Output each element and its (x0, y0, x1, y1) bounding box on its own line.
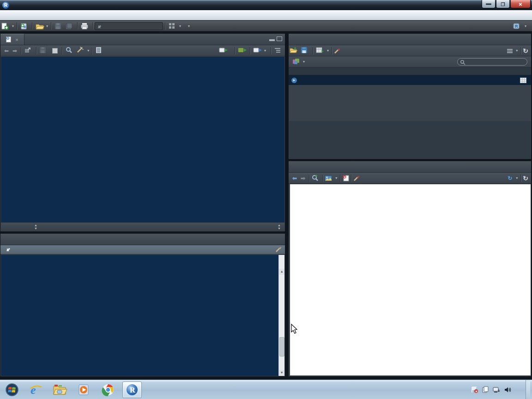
import-caret-icon[interactable]: ▾ (327, 48, 329, 53)
show-desktop-button[interactable] (526, 380, 530, 399)
refresh-icon[interactable]: ↻ (523, 47, 528, 54)
view-table-icon[interactable] (520, 78, 526, 83)
network-icon[interactable] (492, 386, 501, 393)
action-center-icon[interactable]: ✕ (471, 386, 478, 393)
source-editor[interactable] (1, 57, 284, 222)
open-recent-caret-icon[interactable]: ▾ (46, 24, 48, 28)
taskbar-chrome[interactable] (98, 381, 118, 398)
back-icon[interactable]: ⬅ (4, 48, 9, 54)
minimize-pane-icon[interactable] (269, 39, 275, 41)
save-all-icon[interactable] (65, 22, 74, 30)
grid-caret-icon[interactable]: ▾ (179, 24, 181, 28)
goto-directory-icon[interactable] (6, 247, 11, 252)
goto-file-function-input[interactable] (95, 22, 163, 30)
object-row-murders[interactable]: ▶ (289, 75, 531, 85)
forward-icon[interactable]: ➡ (12, 48, 17, 54)
console-output[interactable]: ▲ ▼ (1, 255, 284, 376)
svg-text:R: R (24, 25, 26, 29)
document-outline-icon[interactable] (274, 47, 283, 54)
environment-pane: ▾ ▾ ↻ ▾ ▶ (288, 33, 532, 159)
addins-caret-icon[interactable]: ▾ (188, 24, 190, 28)
r-script-icon: R (6, 36, 11, 42)
code-tools-icon[interactable] (76, 47, 85, 54)
publish-caret-icon[interactable]: ▾ (516, 176, 518, 180)
taskbar-media-player[interactable] (74, 381, 94, 398)
svg-text:✕: ✕ (475, 389, 478, 393)
load-workspace-icon[interactable] (290, 47, 299, 54)
volume-icon[interactable] (504, 386, 512, 393)
print-icon[interactable] (80, 22, 90, 30)
zoom-plot-icon[interactable] (311, 175, 319, 181)
close-button[interactable]: ✕ (510, 0, 531, 8)
svg-text:e: e (30, 383, 36, 397)
export-plot-icon[interactable] (325, 175, 332, 181)
remove-plot-icon[interactable]: ✕ (342, 175, 349, 181)
mouse-cursor (290, 324, 299, 335)
save-workspace-icon[interactable] (301, 47, 310, 54)
plot-canvas (290, 184, 531, 375)
plots-toolbar: ⬅ ➡ ▾ ✕ ↻ ▾ ↻ (289, 173, 531, 184)
env-caret-icon[interactable]: ▾ (303, 60, 305, 64)
tab-my-first-script[interactable]: R × (0, 34, 24, 45)
source-icon[interactable] (253, 47, 262, 54)
refresh-plot-icon[interactable]: ↻ (523, 175, 528, 182)
desktop: R ❐ ✕ ▾ R ▾ (0, 0, 532, 399)
next-plot-icon[interactable]: ➡ (301, 175, 305, 181)
publish-icon[interactable]: ↻ (508, 175, 512, 181)
start-button[interactable] (2, 381, 22, 398)
goto-arrow-icon (97, 24, 102, 29)
import-dataset-icon[interactable] (316, 47, 325, 54)
restore-button[interactable]: ❐ (496, 0, 510, 8)
console-scrollbar[interactable]: ▲ ▼ (278, 255, 284, 376)
environment-search-input[interactable] (457, 58, 527, 66)
code-tools-caret-icon[interactable]: ▾ (87, 48, 89, 53)
new-file-icon[interactable] (1, 22, 10, 30)
taskbar-rstudio[interactable]: R (122, 381, 142, 398)
project-cube-icon: R (513, 22, 520, 30)
clear-environment-icon[interactable] (334, 48, 341, 54)
scroll-up-icon[interactable]: ▲ (279, 269, 284, 275)
search-icon (460, 60, 466, 65)
environment-tabstrip (289, 34, 531, 45)
tab-close-icon[interactable]: × (15, 37, 18, 42)
console-tabstrip (0, 234, 285, 245)
project-caret-icon: ▾ (525, 24, 526, 28)
environment-selector-row: ▾ (289, 56, 531, 67)
console-header (0, 245, 285, 254)
list-caret-icon[interactable]: ▾ (516, 48, 518, 53)
source-statusbar: ▲▼ ▲▼ (1, 222, 284, 231)
new-project-icon[interactable]: R (20, 22, 29, 30)
compile-report-icon[interactable] (95, 47, 104, 54)
rerun-icon[interactable] (238, 47, 247, 54)
maximize-pane-icon[interactable] (277, 36, 282, 41)
clear-plots-icon[interactable] (353, 175, 360, 181)
minimize-button[interactable] (482, 0, 496, 8)
taskbar: e R ✕ (0, 380, 532, 399)
export-caret-icon[interactable]: ▾ (335, 176, 337, 180)
addins-grid-icon[interactable] (168, 22, 177, 30)
plots-pane: ⬅ ➡ ▾ ✕ ↻ ▾ ↻ (288, 161, 532, 377)
find-icon[interactable] (65, 47, 74, 54)
list-view-icon[interactable] (507, 48, 513, 54)
previous-plot-icon[interactable]: ⬅ (292, 175, 297, 181)
taskbar-internet-explorer[interactable]: e (26, 381, 46, 398)
new-file-caret-icon[interactable]: ▾ (12, 24, 14, 28)
clear-console-icon[interactable] (275, 247, 282, 253)
svg-text:R: R (515, 24, 518, 29)
run-icon[interactable] (219, 47, 228, 54)
save-script-icon[interactable] (39, 47, 48, 54)
project-menu-button[interactable]: R ▾ (513, 22, 527, 30)
window-titlebar[interactable]: R ❐ ✕ (0, 0, 532, 10)
source-on-save-checkbox[interactable] (52, 48, 58, 54)
environment-toolbar: ▾ ▾ ↻ (289, 45, 531, 56)
update-icon[interactable] (482, 386, 489, 393)
plots-tabstrip (289, 161, 531, 173)
expand-object-icon[interactable]: ▶ (291, 78, 297, 83)
source-caret-icon[interactable]: ▾ (264, 48, 266, 53)
save-icon[interactable] (54, 22, 63, 30)
show-in-new-window-icon[interactable] (24, 47, 33, 54)
svg-text:✕: ✕ (344, 175, 346, 178)
taskbar-windows-explorer[interactable] (50, 381, 70, 398)
open-file-icon[interactable] (35, 22, 44, 30)
scroll-down-icon[interactable]: ▼ (279, 370, 284, 376)
